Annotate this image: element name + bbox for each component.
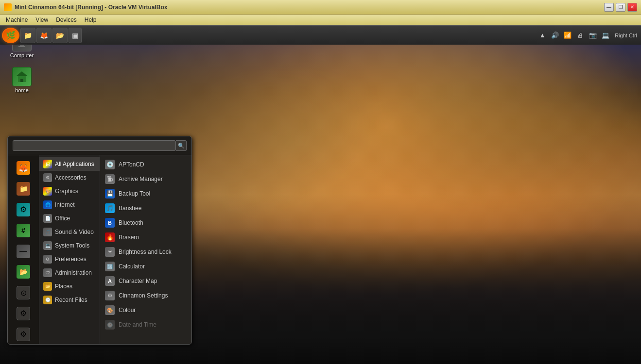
app-backup-tool[interactable]: 💾 Backup Tool <box>100 186 191 201</box>
category-sound-video[interactable]: 🎵 Sound & Video <box>39 225 100 239</box>
restore-button[interactable]: ❐ <box>616 3 625 12</box>
window-controls: — ❐ ✕ <box>604 3 637 12</box>
category-accessories-label: Accessories <box>55 174 87 181</box>
app-archive-manager-label: Archive Manager <box>119 176 163 182</box>
sidebar-icon-settings[interactable]: ⚙ <box>12 200 35 220</box>
sidebar-icon-gear-dark[interactable]: ⚙ <box>12 303 35 323</box>
folder-brown-icon: 📁 <box>17 182 30 196</box>
desktop-icon-home[interactable]: home <box>5 65 39 95</box>
minimize-button[interactable]: — <box>604 3 614 12</box>
app-brightness-lock[interactable]: ☀ Brightness and Lock <box>100 245 191 259</box>
tray-sound-icon[interactable]: 🔊 <box>550 30 560 41</box>
tray-arrow-up[interactable]: ▲ <box>537 30 548 41</box>
tray-capture-icon[interactable]: 📷 <box>588 30 598 41</box>
category-graphics[interactable]: 🎨 Graphics <box>39 184 100 198</box>
app-date-time[interactable]: 🕐 Date and Time <box>100 317 191 332</box>
start-menu: 🔍 🦊 📁 ⚙ # <box>7 136 192 345</box>
menu-machine[interactable]: Machine <box>2 16 32 24</box>
archive-manager-icon: 🗜 <box>105 174 115 184</box>
title-bar: Mint Cinnamon 64-bit [Running] - Oracle … <box>0 0 641 15</box>
search-button[interactable]: 🔍 <box>176 140 187 151</box>
category-administration[interactable]: 🛡 Administration <box>39 266 100 280</box>
home-icon-label: home <box>15 87 29 93</box>
app-calculator[interactable]: 🔢 Calculator <box>100 259 191 274</box>
app-character-map[interactable]: A Character Map <box>100 274 191 288</box>
taskbar-right: ▲ 🔊 📶 🖨 📷 💻 Right Ctrl <box>537 30 639 41</box>
app-date-time-label: Date and Time <box>119 321 156 328</box>
app-colour[interactable]: 🎨 Colour <box>100 303 191 317</box>
desktop: Computer home 🔍 <box>0 25 641 364</box>
places-icon: 📂 <box>43 282 52 291</box>
sound-video-icon: 🎵 <box>43 228 52 236</box>
close-button[interactable]: ✕ <box>627 3 637 12</box>
sidebar-icon-circle-dark[interactable]: ⊙ <box>12 283 35 303</box>
cinnamon-settings-icon: ⚙ <box>105 291 115 300</box>
menu-help[interactable]: Help <box>81 16 101 24</box>
app-bluetooth[interactable]: B Bluetooth <box>100 215 191 230</box>
category-recent-files[interactable]: 🕐 Recent Files <box>39 293 100 307</box>
category-preferences-label: Preferences <box>55 256 87 263</box>
category-accessories[interactable]: ⚙ Accessories <box>39 171 100 184</box>
category-office[interactable]: 📄 Office <box>39 212 100 225</box>
app-banshee-label: Banshee <box>119 205 141 212</box>
category-internet-label: Internet <box>55 201 75 208</box>
menu-body: 🦊 📁 ⚙ # — 📂 <box>8 155 191 344</box>
taskbar-firefox-button[interactable]: 🦊 <box>36 28 52 43</box>
tray-print-icon[interactable]: 🖨 <box>575 30 586 41</box>
svg-marker-4 <box>16 71 28 76</box>
sidebar-icon-firefox[interactable]: 🦊 <box>12 158 35 178</box>
brasero-icon: 🔥 <box>105 232 115 242</box>
svg-rect-6 <box>20 79 23 82</box>
computer-icon-label: Computer <box>10 52 34 58</box>
calculator-icon: 🔢 <box>105 262 115 271</box>
tray-network-icon[interactable]: 📶 <box>562 30 573 41</box>
taskbar-terminal-button[interactable]: ▣ <box>69 28 82 43</box>
sidebar-icon-green-folder[interactable]: 📂 <box>12 262 35 282</box>
category-system-tools[interactable]: 💻 System Tools <box>39 239 100 252</box>
banshee-icon: 🎵 <box>105 203 115 213</box>
bluetooth-icon: B <box>105 218 115 228</box>
internet-icon: 🌐 <box>43 200 52 209</box>
category-places[interactable]: 📂 Places <box>39 280 100 293</box>
green-folder-icon: 📂 <box>17 265 30 279</box>
app-bluetooth-label: Bluetooth <box>119 219 143 226</box>
menu-view[interactable]: View <box>32 16 52 24</box>
app-cinnamon-settings[interactable]: ⚙ Cinnamon Settings <box>100 288 191 303</box>
search-bar: 🔍 <box>8 136 191 155</box>
menu-devices[interactable]: Devices <box>52 16 81 24</box>
character-map-icon: A <box>105 276 115 286</box>
app-banshee[interactable]: 🎵 Banshee <box>100 201 191 215</box>
date-time-icon: 🕐 <box>105 320 115 330</box>
category-graphics-label: Graphics <box>55 188 78 195</box>
gear-dark-icon: ⚙ <box>17 307 30 320</box>
taskbar-files-button[interactable]: 📁 <box>20 28 35 43</box>
sidebar-icon-folder[interactable]: 📁 <box>12 179 35 199</box>
sidebar-icon-gear-dark2[interactable]: ⚙ <box>12 324 35 344</box>
app-cinnamon-settings-label: Cinnamon Settings <box>119 292 168 299</box>
gear-dark2-icon: ⚙ <box>17 328 30 341</box>
svg-rect-3 <box>18 46 25 47</box>
app-archive-manager[interactable]: 🗜 Archive Manager <box>100 172 191 186</box>
category-preferences[interactable]: ⚙ Preferences <box>39 252 100 266</box>
app-character-map-label: Character Map <box>119 278 157 284</box>
office-icon: 📄 <box>43 214 52 223</box>
tray-display-icon[interactable]: 💻 <box>600 30 611 41</box>
firefox-icon: 🦊 <box>17 161 30 175</box>
search-input[interactable] <box>13 140 176 151</box>
right-ctrl-label: Right Ctrl <box>613 33 639 38</box>
app-brasero[interactable]: 🔥 Brasero <box>100 230 191 245</box>
menu-apps-list: 💿 APTonCD 🗜 Archive Manager 💾 Backup Too… <box>100 155 191 344</box>
taskbar-folder-button[interactable]: 📂 <box>52 28 68 43</box>
administration-icon: 🛡 <box>43 268 52 277</box>
app-aptoncd[interactable]: 💿 APTonCD <box>100 157 191 172</box>
menu-bar: Machine View Devices Help <box>0 15 641 25</box>
category-all-applications[interactable]: ⊞ All Applications <box>39 157 100 171</box>
start-button[interactable]: 🌿 <box>2 28 19 43</box>
category-all-label: All Applications <box>55 161 94 167</box>
category-internet[interactable]: 🌐 Internet <box>39 198 100 212</box>
sidebar-icon-dash[interactable]: — <box>12 241 35 261</box>
circle-dark-icon: ⊙ <box>17 286 30 299</box>
app-calculator-label: Calculator <box>119 263 145 270</box>
brightness-lock-icon: ☀ <box>105 247 115 257</box>
sidebar-icon-hash[interactable]: # <box>12 220 35 240</box>
